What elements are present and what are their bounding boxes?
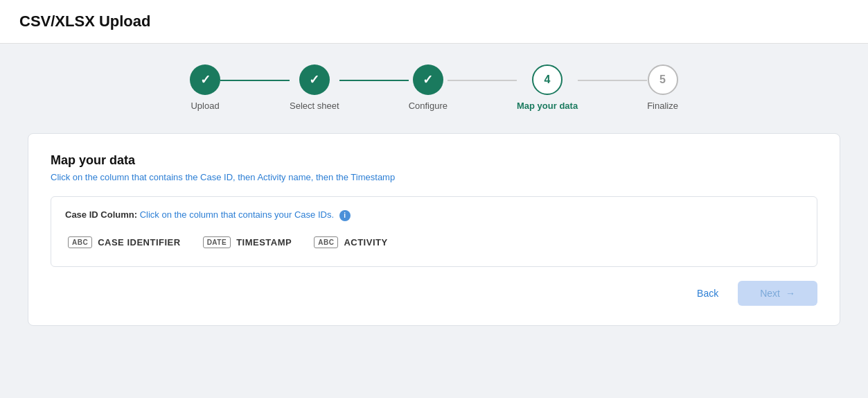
- subtitle-plain: Click on the column that contains the: [51, 172, 200, 182]
- connector-4-5: [578, 80, 647, 81]
- mapping-section: Case ID Column: Click on the column that…: [51, 196, 817, 267]
- check-icon-configure: ✓: [423, 72, 433, 87]
- step-circle-select-sheet: ✓: [299, 64, 330, 95]
- info-icon[interactable]: i: [339, 210, 351, 221]
- footer-actions: Back Next →: [51, 281, 817, 306]
- page-title: CSV/XLSX Upload: [19, 12, 150, 30]
- mapping-instruction: Case ID Column: Click on the column that…: [65, 209, 803, 221]
- back-button[interactable]: Back: [689, 282, 727, 304]
- step-circle-upload: ✓: [190, 64, 220, 95]
- columns-row: ABC CASE IDENTIFIER DATE TIMESTAMP ABC A…: [65, 231, 803, 254]
- mapping-label-bold: Case ID Column:: [65, 209, 137, 220]
- map-data-card: Map your data Click on the column that c…: [28, 133, 840, 326]
- step-label-configure: Configure: [409, 101, 448, 111]
- step-label-upload: Upload: [191, 101, 219, 111]
- step-select-sheet: ✓ Select sheet: [290, 64, 339, 111]
- step-finalize: 5 Finalize: [647, 64, 678, 111]
- column-case-identifier[interactable]: ABC CASE IDENTIFIER: [68, 236, 181, 248]
- step-number-4: 4: [544, 73, 551, 86]
- step-configure: ✓ Configure: [409, 64, 448, 111]
- connector-3-4: [448, 80, 517, 81]
- subtitle-activity: Activity name: [257, 172, 310, 182]
- card-title: Map your data: [51, 153, 817, 168]
- next-arrow-icon: →: [786, 288, 795, 299]
- col-name-case: CASE IDENTIFIER: [98, 237, 180, 248]
- stepper: ✓ Upload ✓ Select sheet ✓ Configure 4 Ma…: [28, 64, 840, 111]
- page-header: CSV/XLSX Upload: [0, 0, 868, 44]
- step-circle-configure: ✓: [413, 64, 443, 95]
- next-label: Next: [760, 288, 780, 299]
- step-circle-finalize: 5: [648, 64, 678, 95]
- step-label-select-sheet: Select sheet: [290, 101, 339, 111]
- subtitle-then: , then the: [311, 172, 351, 182]
- column-timestamp[interactable]: DATE TIMESTAMP: [203, 236, 292, 248]
- col-badge-timestamp: DATE: [203, 236, 231, 248]
- mapping-label-link: Click on the column that contains your C…: [140, 209, 334, 220]
- subtitle-case-id: Case ID: [200, 172, 233, 182]
- next-button[interactable]: Next →: [738, 281, 817, 306]
- main-content: ✓ Upload ✓ Select sheet ✓ Configure 4 Ma…: [0, 44, 868, 347]
- col-name-timestamp: TIMESTAMP: [236, 237, 292, 248]
- card-subtitle: Click on the column that contains the Ca…: [51, 172, 817, 182]
- col-badge-activity: ABC: [314, 236, 338, 248]
- connector-2-3: [339, 80, 409, 81]
- step-number-5: 5: [659, 73, 666, 86]
- check-icon-select-sheet: ✓: [309, 72, 319, 87]
- step-label-map-data: Map your data: [517, 101, 578, 111]
- column-activity[interactable]: ABC ACTIVITY: [314, 236, 387, 248]
- step-upload: ✓ Upload: [190, 64, 220, 111]
- step-label-finalize: Finalize: [647, 101, 678, 111]
- connector-1-2: [220, 80, 290, 81]
- step-map-data: 4 Map your data: [517, 64, 578, 111]
- step-circle-map-data: 4: [532, 64, 563, 95]
- check-icon-upload: ✓: [200, 72, 211, 87]
- col-name-activity: ACTIVITY: [344, 237, 387, 248]
- col-badge-case: ABC: [68, 236, 92, 248]
- subtitle-mid: , then: [233, 172, 257, 182]
- subtitle-timestamp: Timestamp: [351, 172, 395, 182]
